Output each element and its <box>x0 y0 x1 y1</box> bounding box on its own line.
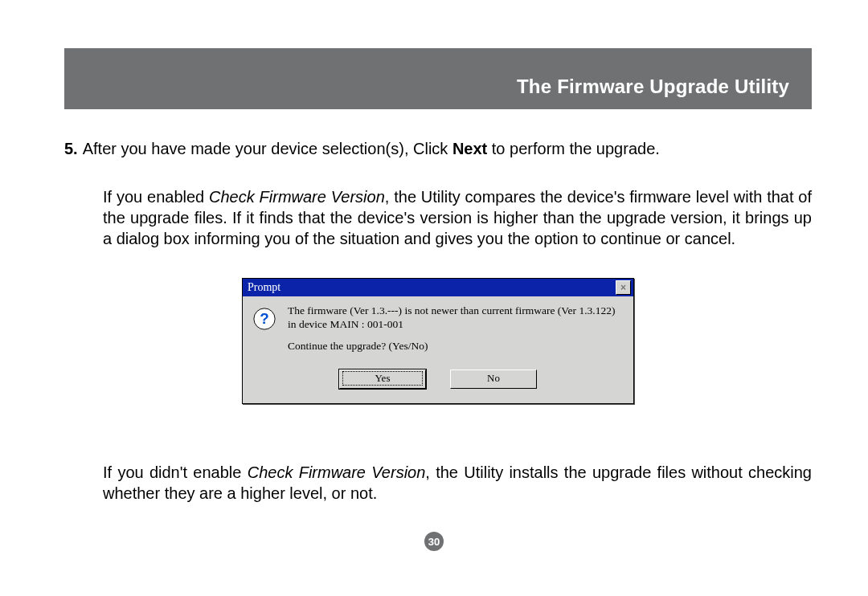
text-fragment: to perform the upgrade. <box>487 140 660 157</box>
step-number: 5. <box>64 138 78 159</box>
question-icon: ? <box>252 307 276 331</box>
document-page: The Firmware Upgrade Utility 5. After yo… <box>0 0 868 596</box>
dialog-message: The firmware (Ver 1.3.---) is not newer … <box>288 304 622 353</box>
text-fragment: If you didn't enable <box>103 463 248 481</box>
page-number-badge: 30 <box>424 532 444 551</box>
dialog-button-row: Yes No <box>243 358 633 403</box>
yes-button-label: Yes <box>342 371 423 386</box>
paragraph-no-check: If you didn't enable Check Firmware Vers… <box>103 462 812 504</box>
italic-check-firmware: Check Firmware Version <box>248 463 426 481</box>
dialog-line1: The firmware (Ver 1.3.---) is not newer … <box>288 304 622 332</box>
close-button[interactable]: × <box>616 280 631 295</box>
dialog-titlebar: Prompt × <box>243 279 633 296</box>
dialog-line2: Continue the upgrade? (Yes/No) <box>288 340 622 353</box>
dialog-container: Prompt × ? The firmware (Ver 1.3.---) is… <box>242 278 634 404</box>
no-button-label: No <box>487 372 500 384</box>
page-number: 30 <box>428 536 440 548</box>
svg-text:?: ? <box>260 310 268 327</box>
dialog-title: Prompt <box>248 280 280 295</box>
step-text: After you have made your device selectio… <box>83 138 812 159</box>
section-title: The Firmware Upgrade Utility <box>517 76 789 98</box>
text-fragment: After you have made your device selectio… <box>83 140 452 157</box>
no-button[interactable]: No <box>450 369 537 389</box>
close-icon: × <box>620 283 626 292</box>
text-fragment: If you enabled <box>103 188 209 206</box>
paragraph-check-firmware: If you enabled Check Firmware Version, t… <box>103 186 812 249</box>
yes-button[interactable]: Yes <box>339 369 426 389</box>
section-header: The Firmware Upgrade Utility <box>64 48 812 109</box>
bold-next: Next <box>452 140 487 157</box>
prompt-dialog: Prompt × ? The firmware (Ver 1.3.---) is… <box>242 278 634 404</box>
step-5: 5. After you have made your device selec… <box>64 138 812 159</box>
dialog-body: ? The firmware (Ver 1.3.---) is not newe… <box>243 296 633 358</box>
body-content: 5. After you have made your device selec… <box>64 138 812 504</box>
italic-check-firmware: Check Firmware Version <box>209 188 385 206</box>
